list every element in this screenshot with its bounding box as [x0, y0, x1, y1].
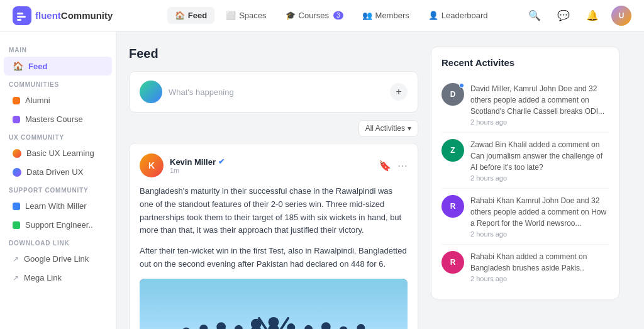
activity-content: Rahabi Khan added a comment on Banglades… — [470, 251, 609, 282]
home-icon: 🏠 — [175, 11, 185, 20]
activity-text: David Miller, Kamrul John Doe and 32 oth… — [470, 83, 609, 117]
post-author-name: Kevin Miller ✔ — [170, 157, 225, 167]
activity-item: Z Zawad Bin Khalil added a comment on Ca… — [441, 133, 609, 189]
sidebar-item-alumni[interactable]: Alumni — [4, 91, 112, 109]
post-author-avatar: K — [140, 153, 164, 177]
nav-spaces[interactable]: ⬜ Spaces — [218, 7, 274, 24]
activity-avatar: R — [441, 195, 464, 218]
svg-rect-2 — [17, 19, 21, 21]
activity-text: Zawad Bin Khalil added a comment on Can … — [470, 139, 609, 173]
support-eng-dot — [13, 221, 20, 229]
activity-sidebar: Recent Activites D David Miller, Kamrul … — [431, 47, 619, 329]
house-icon: 🏠 — [13, 61, 23, 71]
svg-rect-1 — [17, 16, 26, 18]
composer[interactable]: What's happening + — [129, 71, 418, 113]
logo[interactable]: fluentCommunity — [13, 6, 113, 25]
main-section-label: MAIN — [0, 42, 116, 56]
activity-content: David Miller, Kamrul John Doe and 32 oth… — [470, 83, 609, 126]
download-section-label: DOWNLOAD LINK — [0, 235, 116, 249]
feed-title: Feed — [129, 47, 418, 61]
main-content: Feed What's happening + All Activities ▾… — [116, 31, 644, 329]
activity-avatar: R — [441, 251, 464, 274]
svg-rect-0 — [17, 13, 23, 14]
nav-links: 🏠 Feed ⬜ Spaces 🎓 Courses 3 👥 Members 👤 … — [138, 7, 525, 24]
activity-text: Rahabi Khan added a comment on Banglades… — [470, 251, 609, 274]
data-ux-avatar — [13, 168, 21, 177]
courses-icon: 🎓 — [286, 11, 296, 20]
activity-notification-dot — [459, 83, 464, 88]
nav-leaderboard[interactable]: 👤 Leaderboard — [421, 7, 496, 24]
sidebar-item-basic-ux[interactable]: Basic UX Learning — [4, 144, 112, 162]
activity-list: D David Miller, Kamrul John Doe and 32 o… — [441, 77, 609, 289]
verified-icon: ✔ — [218, 157, 225, 166]
composer-placeholder[interactable]: What's happening — [169, 87, 384, 97]
layout: MAIN 🏠 Feed COMMUNITIES Alumni Masters C… — [0, 31, 644, 329]
composer-add-button[interactable]: + — [390, 83, 408, 101]
sidebar-item-support-engineer[interactable]: Support Engineer.. — [4, 216, 112, 234]
activity-time: 2 hours ago — [470, 275, 609, 282]
filter-bar: All Activities ▾ — [129, 120, 418, 137]
post-card: K Kevin Miller ✔ 1m 🔖 ⋯ Bangladesh's mat… — [129, 143, 418, 329]
bell-icon: 🔔 — [586, 9, 599, 21]
post-body-2: After their ten-wicket win in the first … — [140, 245, 408, 271]
top-nav: fluentCommunity 🏠 Feed ⬜ Spaces 🎓 Course… — [0, 0, 644, 31]
support-section-label: SUPPORT COMMUNITY — [0, 182, 116, 196]
logo-text: fluentCommunity — [35, 10, 113, 21]
courses-badge: 3 — [333, 11, 343, 20]
logo-icon — [13, 6, 31, 25]
feed-column: Feed What's happening + All Activities ▾… — [129, 47, 418, 329]
post-image — [140, 279, 408, 329]
chat-icon: 💬 — [557, 9, 570, 21]
post-header: K Kevin Miller ✔ 1m 🔖 ⋯ — [140, 153, 408, 177]
messages-button[interactable]: 💬 — [553, 6, 574, 26]
sidebar: MAIN 🏠 Feed COMMUNITIES Alumni Masters C… — [0, 31, 116, 329]
activity-text: Rahabi Khan Kamrul John Doe and 32 other… — [470, 195, 609, 229]
post-body-1: Bangladesh's maturity in their successfu… — [140, 185, 408, 237]
cricket-image-visual — [140, 279, 408, 329]
nav-courses[interactable]: 🎓 Courses 3 — [278, 7, 351, 24]
alumni-dot — [13, 97, 20, 104]
activity-time: 2 hours ago — [470, 174, 609, 182]
activity-item: D David Miller, Kamrul John Doe and 32 o… — [441, 77, 609, 133]
post-time: 1m — [170, 167, 225, 174]
activity-time: 2 hours ago — [470, 118, 609, 126]
activity-time: 2 hours ago — [470, 230, 609, 238]
activity-title: Recent Activites — [441, 57, 609, 68]
members-icon: 👥 — [362, 11, 372, 20]
sidebar-item-masters-course[interactable]: Masters Course — [4, 110, 112, 128]
sidebar-item-learn-miller[interactable]: Learn With Miller — [4, 197, 112, 215]
arrow-up-right-icon: ↗ — [13, 255, 19, 264]
nav-members[interactable]: 👥 Members — [355, 7, 417, 24]
composer-avatar — [140, 81, 162, 103]
notifications-button[interactable]: 🔔 — [582, 6, 602, 26]
activity-avatar: D — [441, 83, 464, 106]
filter-button[interactable]: All Activities ▾ — [358, 120, 418, 137]
spaces-icon: ⬜ — [226, 11, 236, 20]
sidebar-item-data-ux[interactable]: Data Driven UX — [4, 163, 112, 181]
masters-dot — [13, 116, 20, 123]
ux-section-label: UX COMMUNITY — [0, 129, 116, 143]
post-author-info: Kevin Miller ✔ 1m — [170, 157, 225, 174]
activity-item: R Rahabi Khan Kamrul John Doe and 32 oth… — [441, 189, 609, 245]
activity-content: Rahabi Khan Kamrul John Doe and 32 other… — [470, 195, 609, 238]
search-button[interactable]: 🔍 — [525, 6, 545, 26]
user-avatar[interactable]: U — [611, 6, 631, 26]
bookmark-icon[interactable]: 🔖 — [379, 160, 391, 172]
arrow-up-right-icon-2: ↗ — [13, 274, 19, 282]
activity-item: R Rahabi Khan added a comment on Banglad… — [441, 245, 609, 289]
chevron-down-icon: ▾ — [408, 124, 411, 133]
activity-avatar: Z — [441, 139, 464, 162]
activity-card: Recent Activites D David Miller, Kamrul … — [431, 47, 619, 299]
sidebar-item-mega-link[interactable]: ↗ Mega Link — [4, 269, 112, 287]
sidebar-item-google-drive[interactable]: ↗ Google Drive Link — [4, 250, 112, 268]
svg-point-16 — [269, 317, 279, 328]
nav-right: 🔍 💬 🔔 U — [525, 6, 631, 26]
activity-content: Zawad Bin Khalil added a comment on Can … — [470, 139, 609, 182]
post-action-buttons: 🔖 ⋯ — [379, 160, 408, 172]
more-icon[interactable]: ⋯ — [397, 160, 408, 172]
leaderboard-icon: 👤 — [428, 11, 438, 20]
basic-ux-avatar — [13, 149, 21, 158]
sidebar-item-feed[interactable]: 🏠 Feed — [4, 57, 112, 75]
nav-feed[interactable]: 🏠 Feed — [167, 7, 214, 24]
search-icon: 🔍 — [528, 9, 541, 21]
